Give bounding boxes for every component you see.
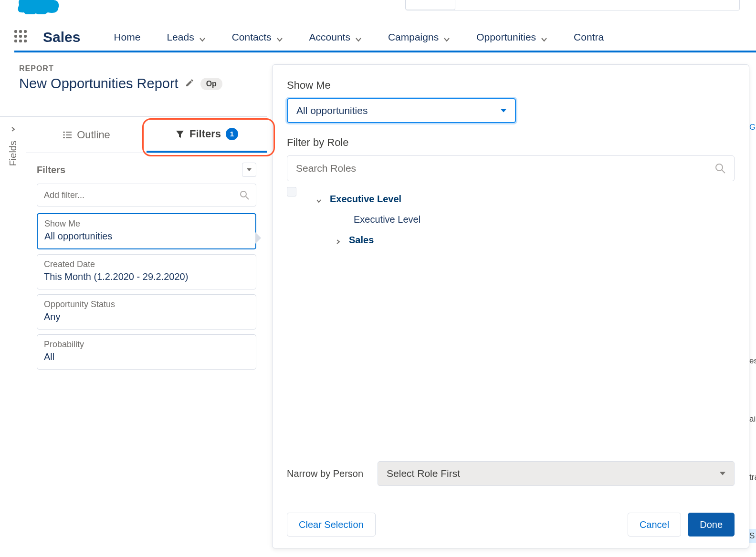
- narrow-by-person-select[interactable]: Select Role First: [378, 461, 735, 486]
- filter-card-value: This Month (1.2.2020 - 29.2.2020): [44, 270, 249, 283]
- chevron-down-icon[interactable]: [355, 34, 362, 41]
- narrow-by-person-label: Narrow by Person: [287, 468, 363, 479]
- nav-opportunities[interactable]: Opportunities: [476, 31, 547, 43]
- svg-rect-2: [63, 134, 65, 135]
- svg-rect-5: [66, 137, 72, 138]
- tab-outline-label: Outline: [77, 129, 110, 141]
- nav-contracts[interactable]: Contra: [574, 31, 604, 43]
- filter-card-label: Show Me: [44, 219, 249, 229]
- chevron-down-icon[interactable]: [315, 196, 323, 203]
- chevron-down-icon[interactable]: [443, 34, 450, 41]
- chevron-down-icon: [501, 108, 506, 113]
- filter-card-probability[interactable]: Probability All: [37, 334, 256, 370]
- filter-card-value: All opportunities: [44, 230, 249, 243]
- chevron-right-icon: [10, 125, 16, 134]
- outline-icon: [63, 130, 72, 140]
- cancel-button[interactable]: Cancel: [628, 513, 681, 536]
- filter-card-value: All: [44, 351, 249, 363]
- filter-card-opportunity-status[interactable]: Opportunity Status Any: [37, 294, 256, 330]
- search-icon: [715, 163, 725, 174]
- search-roles-placeholder: Search Roles: [296, 163, 356, 174]
- chevron-down-icon[interactable]: [199, 34, 206, 41]
- svg-rect-0: [63, 132, 65, 133]
- svg-marker-6: [247, 168, 252, 171]
- svg-rect-3: [66, 134, 72, 135]
- search-icon: [240, 190, 249, 200]
- filters-sidebar: Outline Filters 1 Filters Add filter... …: [26, 116, 267, 546]
- add-filter-placeholder: Add filter...: [44, 190, 84, 200]
- app-launcher-icon[interactable]: [14, 30, 29, 44]
- search-roles-input[interactable]: Search Roles: [287, 155, 735, 181]
- role-tree: Executive Level Executive Level Sales: [287, 189, 735, 250]
- report-label: REPORT: [19, 64, 222, 73]
- tree-row-executive-level[interactable]: Executive Level: [292, 189, 735, 209]
- tree-row-executive-level-child[interactable]: Executive Level: [292, 209, 735, 230]
- nav-accounts[interactable]: Accounts: [309, 31, 362, 43]
- filter-card-label: Opportunity Status: [44, 299, 249, 309]
- fields-rail-label: Fields: [8, 141, 19, 166]
- tab-filters[interactable]: Filters 1: [147, 117, 267, 153]
- report-title: New Opportunities Report: [19, 76, 178, 92]
- report-type-pill[interactable]: Op: [200, 78, 222, 90]
- global-search[interactable]: [406, 0, 740, 10]
- svg-line-8: [246, 196, 249, 199]
- filter-by-role-label: Filter by Role: [287, 136, 735, 149]
- filters-menu-button[interactable]: [242, 163, 256, 177]
- done-button[interactable]: Done: [688, 513, 735, 536]
- tree-link-executive[interactable]: Executive Level: [330, 194, 401, 205]
- filter-card-label: Created Date: [44, 259, 249, 269]
- filter-icon: [175, 129, 185, 139]
- chevron-down-icon: [720, 471, 725, 476]
- nav-leads[interactable]: Leads: [167, 31, 205, 43]
- filter-card-created-date[interactable]: Created Date This Month (1.2.2020 - 29.2…: [37, 254, 256, 289]
- checkbox[interactable]: [287, 187, 296, 196]
- filter-card-show-me[interactable]: Show Me All opportunities: [37, 213, 256, 249]
- nav-contacts[interactable]: Contacts: [232, 31, 283, 43]
- pencil-icon[interactable]: [185, 79, 194, 89]
- svg-marker-12: [720, 472, 725, 475]
- tab-filters-label: Filters: [189, 128, 221, 140]
- filter-card-value: Any: [44, 310, 249, 323]
- overflow-fragments: Go es ail tra S ow: [749, 64, 756, 557]
- svg-point-10: [716, 164, 723, 171]
- clear-selection-button[interactable]: Clear Selection: [287, 513, 376, 536]
- filters-count-badge: 1: [226, 128, 238, 140]
- svg-point-7: [241, 191, 246, 197]
- chevron-down-icon[interactable]: [541, 34, 547, 41]
- chevron-right-icon[interactable]: [335, 237, 342, 244]
- nav-home[interactable]: Home: [114, 31, 140, 43]
- filter-card-label: Probability: [44, 340, 249, 350]
- svg-marker-9: [501, 109, 506, 112]
- app-name: Sales: [43, 29, 80, 45]
- tree-row-sales[interactable]: Sales: [292, 230, 735, 250]
- show-me-label: Show Me: [287, 79, 735, 92]
- show-me-value: All opportunities: [296, 105, 368, 116]
- show-me-popup: Show Me All opportunities Filter by Role…: [272, 64, 749, 548]
- fields-rail[interactable]: Fields: [0, 116, 26, 546]
- svg-line-11: [722, 170, 725, 173]
- tree-link-sales[interactable]: Sales: [349, 235, 374, 246]
- add-filter-input[interactable]: Add filter...: [37, 184, 256, 206]
- show-me-select[interactable]: All opportunities: [287, 98, 516, 123]
- svg-rect-4: [63, 137, 65, 138]
- svg-rect-1: [66, 132, 72, 133]
- narrow-value: Select Role First: [387, 468, 460, 479]
- filters-heading: Filters: [37, 165, 65, 175]
- navigation-bar: Sales Home Leads Contacts Accounts Campa…: [14, 24, 756, 52]
- tab-outline[interactable]: Outline: [26, 117, 147, 153]
- tree-text-executive: Executive Level: [354, 214, 420, 225]
- nav-campaigns[interactable]: Campaigns: [388, 31, 450, 43]
- chevron-down-icon[interactable]: [276, 34, 283, 41]
- salesforce-logo: [14, 0, 62, 14]
